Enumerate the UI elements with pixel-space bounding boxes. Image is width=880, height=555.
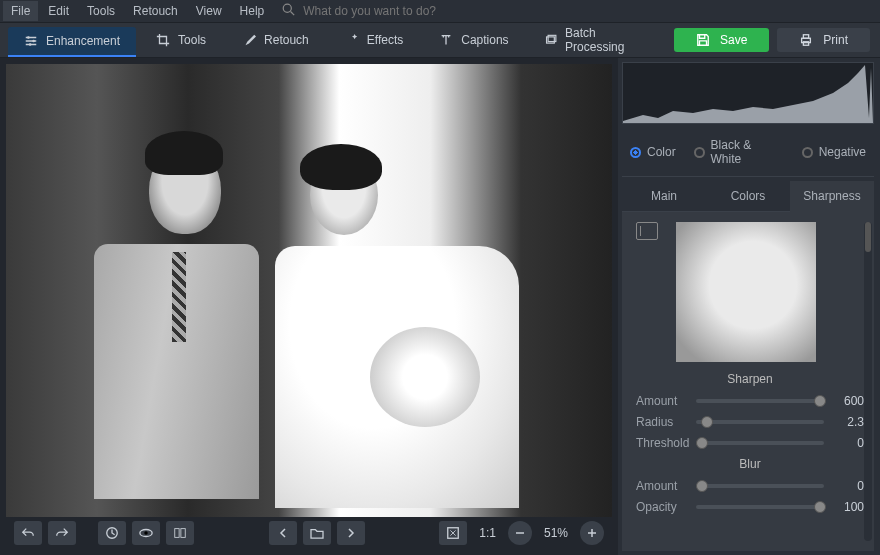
sharpen-radius-value: 2.3	[832, 415, 864, 429]
mode-bw-label: Black & White	[711, 138, 784, 166]
zoom-percent: 51%	[538, 526, 574, 540]
panel-scrollbar[interactable]	[864, 222, 872, 541]
sharpen-amount-value: 600	[832, 394, 864, 408]
mode-color[interactable]: Color	[630, 138, 676, 166]
zoom-ratio[interactable]: 1:1	[473, 526, 502, 540]
sharpen-radius-slider[interactable]	[696, 420, 824, 424]
histogram[interactable]	[622, 62, 874, 124]
blur-amount-slider[interactable]	[696, 484, 824, 488]
svg-marker-19	[623, 65, 873, 123]
tab-tools-label: Tools	[178, 33, 206, 47]
menu-help[interactable]: Help	[232, 1, 273, 21]
tab-batch-label: Batch Processing	[565, 26, 648, 54]
radio-on-icon	[630, 147, 641, 158]
browse-button[interactable]	[303, 521, 331, 545]
tab-captions-label: Captions	[461, 33, 508, 47]
blur-opacity-label: Opacity	[636, 500, 688, 514]
save-icon	[696, 33, 710, 47]
preview-button[interactable]	[132, 521, 160, 545]
save-label: Save	[720, 33, 747, 47]
svg-line-1	[291, 12, 295, 16]
compare-button[interactable]	[166, 521, 194, 545]
photo-viewport[interactable]	[6, 64, 612, 517]
sharpen-amount-label: Amount	[636, 394, 688, 408]
adjust-tabs: Main Colors Sharpness	[622, 181, 874, 212]
tab-retouch-label: Retouch	[264, 33, 309, 47]
zoom-out-button[interactable]	[508, 521, 532, 545]
svg-point-12	[144, 531, 148, 535]
svg-rect-13	[175, 529, 179, 538]
print-icon	[799, 33, 813, 47]
tab-effects[interactable]: Effects	[329, 27, 419, 53]
text-icon	[439, 33, 453, 47]
menu-retouch[interactable]: Retouch	[125, 1, 186, 21]
svg-point-3	[32, 40, 35, 43]
sharpen-amount-slider[interactable]	[696, 399, 824, 403]
search-icon	[282, 3, 295, 19]
blur-opacity-slider[interactable]	[696, 505, 824, 509]
svg-point-0	[283, 4, 291, 12]
mode-negative-label: Negative	[819, 145, 866, 159]
sharpen-threshold-label: Threshold	[636, 436, 688, 450]
sharpen-threshold-value: 0	[832, 436, 864, 450]
tab-effects-label: Effects	[367, 33, 403, 47]
tab-tools[interactable]: Tools	[140, 27, 222, 53]
compare-toggle[interactable]	[636, 222, 658, 240]
blur-opacity-value: 100	[832, 500, 864, 514]
sharpness-panel: Sharpen Amount 600 Radius 2.3 Threshold …	[622, 212, 874, 551]
sliders-icon	[24, 34, 38, 48]
radio-off-icon	[694, 147, 705, 158]
tab-retouch[interactable]: Retouch	[226, 27, 325, 53]
search-input[interactable]	[303, 4, 503, 18]
print-label: Print	[823, 33, 848, 47]
mode-negative[interactable]: Negative	[802, 138, 866, 166]
prev-button[interactable]	[269, 521, 297, 545]
menu-file[interactable]: File	[3, 1, 38, 21]
wand-icon	[345, 33, 359, 47]
print-button[interactable]: Print	[777, 28, 870, 52]
fit-button[interactable]	[439, 521, 467, 545]
menu-view[interactable]: View	[188, 1, 230, 21]
preview-thumbnail	[676, 222, 816, 362]
right-sidebar: Color Black & White Negative Main Colors…	[618, 58, 880, 555]
color-mode-group: Color Black & White Negative	[622, 132, 874, 177]
undo-button[interactable]	[14, 521, 42, 545]
blur-amount-label: Amount	[636, 479, 688, 493]
main-toolbar: Enhancement Tools Retouch Effects Captio…	[0, 22, 880, 58]
sharpen-section-title: Sharpen	[636, 372, 864, 386]
radio-off-icon	[802, 147, 813, 158]
menu-edit[interactable]: Edit	[40, 1, 77, 21]
tab-enhancement-label: Enhancement	[46, 34, 120, 48]
svg-point-4	[29, 43, 32, 46]
tab-captions[interactable]: Captions	[423, 27, 524, 53]
svg-rect-8	[804, 35, 809, 39]
tab-main[interactable]: Main	[622, 181, 706, 212]
menu-tools[interactable]: Tools	[79, 1, 123, 21]
crop-icon	[156, 33, 170, 47]
svg-rect-9	[804, 42, 809, 46]
redo-button[interactable]	[48, 521, 76, 545]
tab-enhancement[interactable]: Enhancement	[8, 27, 136, 57]
sharpen-threshold-slider[interactable]	[696, 441, 824, 445]
mode-bw[interactable]: Black & White	[694, 138, 784, 166]
batch-icon	[545, 33, 557, 47]
tab-sharpness[interactable]: Sharpness	[790, 181, 874, 212]
menu-bar: File Edit Tools Retouch View Help	[0, 0, 880, 22]
svg-rect-14	[181, 529, 185, 538]
tab-batch[interactable]: Batch Processing	[529, 27, 664, 53]
next-button[interactable]	[337, 521, 365, 545]
zoom-in-button[interactable]	[580, 521, 604, 545]
save-button[interactable]: Save	[674, 28, 769, 52]
canvas-area: 1:1 51%	[0, 58, 618, 555]
canvas-bottom-bar: 1:1 51%	[6, 517, 612, 549]
blur-amount-value: 0	[832, 479, 864, 493]
mode-color-label: Color	[647, 145, 676, 159]
svg-point-2	[27, 36, 30, 39]
brush-icon	[242, 33, 256, 47]
sharpen-radius-label: Radius	[636, 415, 688, 429]
tab-colors[interactable]: Colors	[706, 181, 790, 212]
blur-section-title: Blur	[636, 457, 864, 471]
history-button[interactable]	[98, 521, 126, 545]
